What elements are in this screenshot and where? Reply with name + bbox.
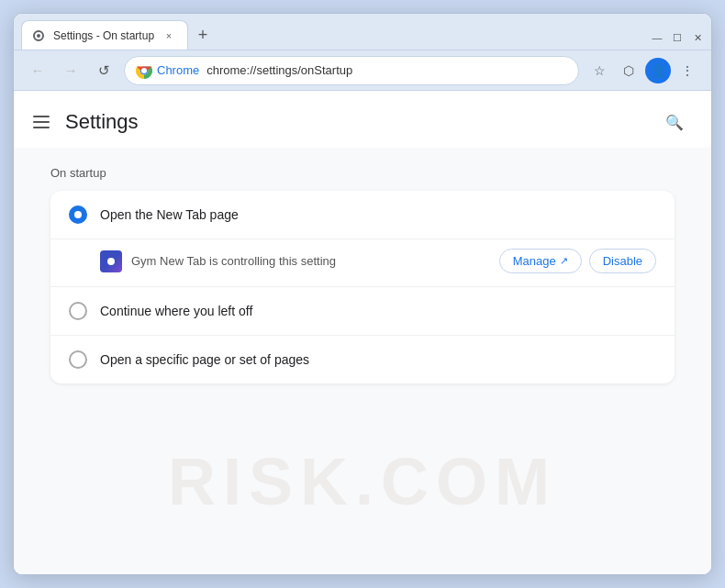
profile-button[interactable]: 👤 bbox=[645, 58, 671, 83]
bookmark-icon[interactable]: ☆ bbox=[586, 58, 612, 83]
browser-toolbar: ← → ↺ Chrome chrome://settings/onStartup… bbox=[14, 50, 711, 91]
menu-line bbox=[33, 121, 50, 123]
new-tab-button[interactable]: + bbox=[190, 22, 216, 48]
extension-actions: Manage ↗ Disable bbox=[499, 249, 656, 273]
settings-header: Settings 🔍 bbox=[14, 91, 711, 148]
radio-specific bbox=[69, 350, 87, 369]
settings-page: Settings 🔍 On startup Open the New Tab p… bbox=[14, 91, 711, 574]
minimize-button[interactable]: — bbox=[651, 31, 664, 44]
disable-button[interactable]: Disable bbox=[589, 249, 656, 273]
tab-title: Settings - On startup bbox=[53, 29, 154, 42]
radio-continue bbox=[69, 302, 87, 320]
browser-window: Settings - On startup × + — ☐ ✕ ← → ↺ bbox=[13, 13, 712, 575]
chrome-label: Chrome bbox=[157, 63, 199, 77]
option-new-tab[interactable]: Open the New Tab page bbox=[50, 191, 675, 239]
external-link-icon: ↗ bbox=[560, 255, 568, 267]
address-bar[interactable]: Chrome chrome://settings/onStartup bbox=[124, 56, 579, 85]
chrome-logo-wrap: Chrome bbox=[136, 62, 199, 79]
menu-line bbox=[33, 127, 50, 128]
manage-label: Manage bbox=[513, 254, 556, 268]
tab-close-button[interactable]: × bbox=[162, 28, 176, 43]
maximize-button[interactable]: ☐ bbox=[671, 31, 684, 44]
chrome-logo-icon bbox=[136, 62, 152, 79]
toolbar-icons: ☆ ⬡ 👤 ⋮ bbox=[586, 58, 700, 83]
close-button[interactable]: ✕ bbox=[691, 31, 704, 44]
svg-point-2 bbox=[141, 68, 147, 73]
menu-icon-button[interactable] bbox=[28, 109, 54, 135]
extension-text: Gym New Tab is controlling this setting bbox=[131, 254, 490, 268]
options-card: Open the New Tab page Gym New Tab is con… bbox=[50, 191, 675, 383]
option-specific-label: Open a specific page or set of pages bbox=[100, 352, 309, 367]
page-body: On startup Open the New Tab page Gym New… bbox=[14, 148, 711, 402]
disable-label: Disable bbox=[603, 254, 642, 268]
back-button[interactable]: ← bbox=[25, 58, 50, 83]
more-menu-button[interactable]: ⋮ bbox=[675, 58, 700, 83]
profile-icon: 👤 bbox=[651, 63, 666, 78]
reload-button[interactable]: ↺ bbox=[91, 58, 117, 83]
radio-inner bbox=[74, 211, 82, 218]
option-specific[interactable]: Open a specific page or set of pages bbox=[50, 336, 675, 383]
radio-new-tab bbox=[69, 205, 87, 224]
address-text: chrome://settings/onStartup bbox=[206, 63, 567, 77]
search-icon: 🔍 bbox=[665, 114, 684, 131]
option-continue[interactable]: Continue where you left off bbox=[50, 287, 675, 336]
title-bar: Settings - On startup × + — ☐ ✕ bbox=[14, 14, 711, 50]
tab-area: Settings - On startup × + bbox=[21, 20, 651, 50]
watermark: RISK.COM bbox=[168, 444, 557, 519]
extensions-icon[interactable]: ⬡ bbox=[616, 58, 641, 83]
extension-row: Gym New Tab is controlling this setting … bbox=[50, 239, 675, 287]
page-title: Settings bbox=[65, 110, 649, 134]
option-continue-label: Continue where you left off bbox=[100, 304, 252, 318]
svg-point-0 bbox=[37, 34, 40, 38]
menu-line bbox=[33, 116, 50, 117]
tab-favicon bbox=[31, 28, 46, 43]
forward-button[interactable]: → bbox=[58, 58, 84, 83]
extension-icon bbox=[100, 250, 122, 272]
manage-button[interactable]: Manage ↗ bbox=[499, 249, 582, 273]
section-label: On startup bbox=[50, 166, 675, 180]
ext-dot bbox=[107, 258, 115, 265]
active-tab[interactable]: Settings - On startup × bbox=[21, 20, 188, 50]
option-new-tab-label: Open the New Tab page bbox=[100, 207, 239, 222]
window-controls: — ☐ ✕ bbox=[651, 31, 704, 50]
search-settings-button[interactable]: 🔍 bbox=[660, 107, 689, 137]
